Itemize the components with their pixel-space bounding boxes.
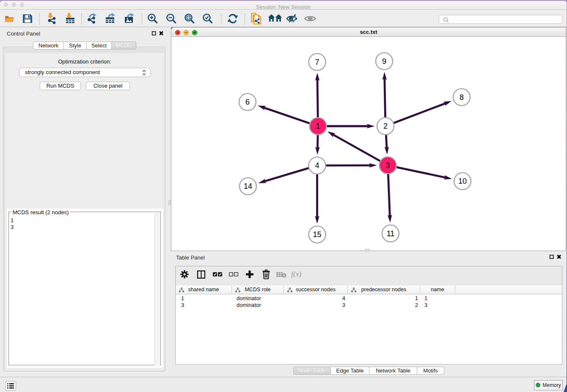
svg-text:4: 4 <box>315 161 319 170</box>
svg-text:9: 9 <box>382 57 386 66</box>
svg-text:11: 11 <box>387 229 395 238</box>
svg-text:6: 6 <box>245 98 250 106</box>
svg-text:15: 15 <box>313 230 321 239</box>
svg-text:7: 7 <box>315 58 319 66</box>
svg-text:2: 2 <box>383 122 388 130</box>
svg-text:3: 3 <box>385 161 390 170</box>
svg-text:8: 8 <box>460 93 464 102</box>
svg-text:10: 10 <box>458 177 467 185</box>
svg-text:1: 1 <box>316 122 320 130</box>
svg-text:14: 14 <box>244 182 252 190</box>
